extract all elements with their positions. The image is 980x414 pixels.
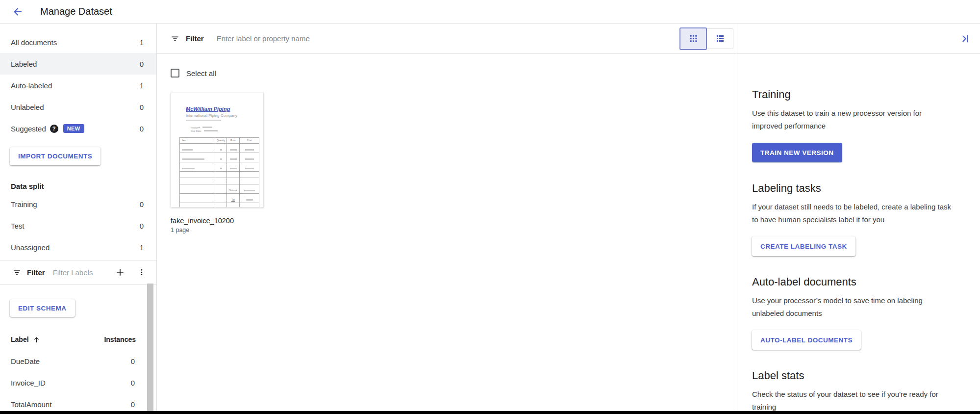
schema-instances: 0 [131, 400, 135, 409]
create-labeling-task-button[interactable]: CREATE LABELING TASK [752, 236, 855, 256]
labeling-tasks-section: Labeling tasks If your dataset still nee… [752, 182, 962, 256]
schema-label: Invoice_ID [11, 379, 46, 387]
item-label: Unassigned [11, 243, 50, 252]
schema-label: TotalAmount [11, 400, 51, 409]
invoice-meta: Invoice#: Due Date: [191, 126, 263, 132]
section-heading: Auto-label documents [752, 276, 962, 288]
sidebar-item-auto-labeled[interactable]: Auto-labeled 1 [0, 75, 156, 96]
sidebar-item-training[interactable]: Training 0 [0, 193, 156, 215]
actions-panel-topbar [737, 24, 980, 54]
invoice-items-table: Item Quantity Price Cost Subtotal [179, 137, 259, 207]
filter-label: Filter [27, 268, 45, 277]
item-label: Unlabeled [11, 103, 44, 111]
item-label: All documents [11, 38, 57, 47]
item-count: 1 [140, 243, 144, 252]
schema-table-header: Label Instances [0, 329, 156, 350]
item-label: Suggested [11, 125, 46, 133]
actions-panel-content: Training Use this dataset to train a new… [737, 54, 980, 413]
document-filter-input[interactable] [217, 34, 679, 43]
sidebar-item-unlabeled[interactable]: Unlabeled 0 [0, 96, 156, 118]
item-count: 0 [140, 222, 144, 230]
document-filter-list: All documents 1 Labeled 0 Auto-labeled 1… [0, 24, 156, 139]
main-layout: All documents 1 Labeled 0 Auto-labeled 1… [0, 24, 980, 414]
auto-label-documents-button[interactable]: AUTO-LABEL DOCUMENTS [752, 330, 861, 350]
sidebar-item-labeled[interactable]: Labeled 0 [0, 53, 156, 75]
select-all-checkbox[interactable] [171, 69, 179, 78]
item-count: 0 [140, 125, 144, 133]
select-all-label: Select all [186, 69, 216, 78]
item-count: 0 [140, 103, 144, 111]
edit-schema-button[interactable]: EDIT SCHEMA [10, 299, 75, 317]
arrow-back-icon [12, 6, 23, 17]
section-description: If your dataset still needs to be labele… [752, 201, 962, 226]
document-panel: Filter [157, 24, 737, 414]
document-thumbnail[interactable]: McWilliam Piping International Piping Co… [171, 93, 264, 207]
item-count: 1 [140, 81, 144, 90]
sidebar-item-test[interactable]: Test 0 [0, 215, 156, 236]
data-split-list: Training 0 Test 0 Unassigned 1 [0, 193, 156, 258]
section-description: Use this dataset to train a new processo… [752, 107, 962, 132]
section-description: Check the status of your dataset to see … [752, 388, 962, 413]
header: Manage Dataset [0, 0, 980, 24]
item-count: 1 [140, 38, 144, 47]
actions-panel: Training Use this dataset to train a new… [737, 24, 980, 414]
bottom-bar [0, 411, 980, 414]
document-page-count: 1 page [171, 227, 264, 233]
instances-column-header[interactable]: Instances [104, 336, 136, 343]
sort-ascending-icon[interactable] [33, 336, 40, 343]
grid-view-button[interactable] [679, 27, 707, 50]
page-title: Manage Dataset [40, 6, 112, 17]
schema-label: DueDate [11, 357, 40, 365]
collapse-panel-button[interactable] [957, 31, 972, 46]
sidebar-item-all-documents[interactable]: All documents 1 [0, 31, 156, 53]
plus-icon [115, 267, 125, 277]
document-name: fake_invoice_10200 [171, 217, 264, 225]
item-count: 0 [140, 200, 144, 208]
schema-row-invoice-id[interactable]: Invoice_ID 0 [0, 372, 156, 393]
label-stats-section: Label stats Check the status of your dat… [752, 369, 962, 413]
item-count: 0 [140, 60, 144, 68]
grid-view-icon [690, 35, 697, 42]
new-badge: NEW [63, 124, 84, 133]
invoice-address-placeholder [186, 120, 221, 121]
select-all-control[interactable]: Select all [171, 69, 737, 78]
auto-label-section: Auto-label documents Use your processor’… [752, 276, 962, 350]
view-toggle-group [679, 27, 733, 50]
schema-row-duedate[interactable]: DueDate 0 [0, 350, 156, 372]
document-filter-toolbar: Filter [157, 24, 737, 54]
add-label-button[interactable] [113, 265, 127, 279]
manage-dataset-app: Manage Dataset All documents 1 Labeled 0… [0, 0, 980, 414]
item-label: Training [11, 200, 37, 208]
data-split-heading: Data split [11, 182, 156, 190]
sidebar-item-unassigned[interactable]: Unassigned 1 [0, 236, 156, 258]
training-section: Training Use this dataset to train a new… [752, 88, 962, 162]
label-menu-button[interactable] [136, 266, 148, 278]
list-view-button[interactable] [707, 28, 733, 49]
section-description: Use your processor’s model to save time … [752, 294, 962, 319]
schema-table-rows: DueDate 0 Invoice_ID 0 TotalAmount 0 [0, 350, 156, 414]
item-label: Test [11, 222, 25, 230]
schema-instances: 0 [131, 357, 135, 365]
collapse-panel-icon [959, 33, 970, 44]
sidebar-scrollbar[interactable] [147, 284, 153, 414]
sidebar-item-suggested[interactable]: Suggested ? NEW 0 [0, 118, 156, 139]
item-label: Labeled [11, 60, 37, 68]
filter-icon [13, 268, 21, 277]
item-label: Auto-labeled [11, 81, 52, 90]
import-documents-button[interactable]: IMPORT DOCUMENTS [10, 147, 101, 165]
invoice-company-subtitle: International Piping Company [186, 113, 263, 118]
filter-labels-input[interactable] [53, 268, 111, 277]
filter-label: Filter [186, 34, 204, 43]
label-filter-bar: Filter [0, 260, 156, 285]
document-grid: Select all McWilliam Piping Internationa… [157, 54, 737, 233]
schema-instances: 0 [131, 379, 135, 387]
section-heading: Label stats [752, 369, 962, 382]
label-column-header[interactable]: Label [11, 336, 29, 343]
sidebar: All documents 1 Labeled 0 Auto-labeled 1… [0, 24, 157, 414]
list-view-icon [716, 35, 724, 42]
train-new-version-button[interactable]: TRAIN NEW VERSION [752, 143, 842, 162]
document-card[interactable]: McWilliam Piping International Piping Co… [171, 93, 264, 233]
help-icon[interactable]: ? [50, 125, 58, 133]
back-button[interactable] [8, 2, 27, 22]
filter-icon [171, 34, 179, 43]
